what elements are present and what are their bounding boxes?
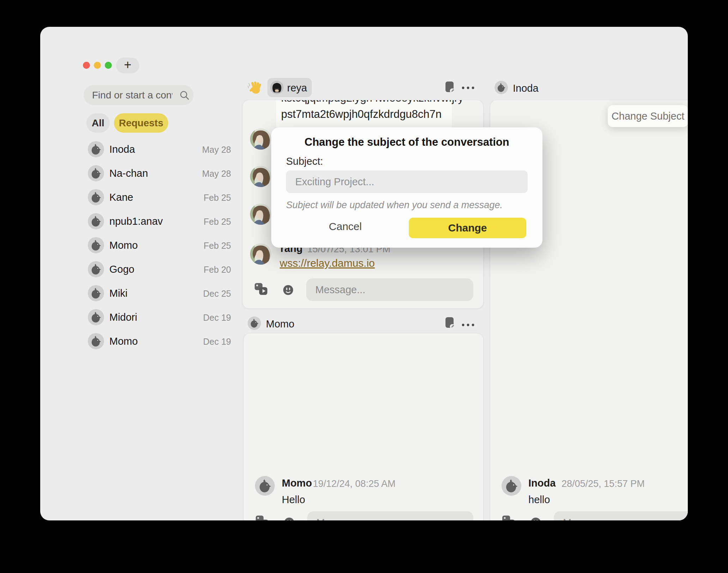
conversation-row[interactable]: npub1:anavFeb 25 <box>84 210 232 232</box>
message-avatar <box>250 166 271 187</box>
message-text: Hello <box>282 494 305 506</box>
message-input[interactable] <box>307 511 473 520</box>
message-sender: Momo <box>282 477 312 489</box>
reya-conversation-pill[interactable]: reya <box>267 78 312 97</box>
npub-text: pst7mta2t6wpjh0qfzkdrdgu8ch7n <box>281 108 442 121</box>
conversation-row[interactable]: MidoriDec 19 <box>84 306 232 328</box>
subject-label: Subject: <box>286 156 323 167</box>
message-timestamp: 19/12/24, 08:25 AM <box>313 478 395 489</box>
cancel-button[interactable]: Cancel <box>324 221 366 233</box>
message-avatar <box>250 243 271 265</box>
conversation-name: Gogo <box>109 264 134 275</box>
message-text: hello <box>528 494 550 506</box>
dialog-title: Change the subject of the conversation <box>271 136 542 149</box>
conversation-name: Midori <box>109 312 137 323</box>
conversation-name: Momo <box>109 240 138 251</box>
subject-helper-text: Subject will be updated when you send a … <box>286 200 503 211</box>
conversation-date: Dec 25 <box>203 289 231 299</box>
conversation-avatar <box>88 261 104 277</box>
reya-avatar <box>270 81 284 94</box>
conversation-row[interactable]: KaneFeb 25 <box>84 186 232 208</box>
conversation-date: Feb 25 <box>204 217 231 227</box>
inoda-message-avatar <box>502 476 521 496</box>
inoda-header-avatar <box>495 81 508 94</box>
conversation-avatar <box>88 213 104 229</box>
message-input[interactable] <box>306 278 473 301</box>
minimize-window-button[interactable] <box>94 62 101 69</box>
conversation-date: Feb 25 <box>204 241 231 251</box>
momo-header-avatar <box>248 316 261 330</box>
conversation-name: Na-chan <box>109 168 148 179</box>
reya-panel-title: reya <box>287 82 307 94</box>
conversation-name: npub1:anav <box>109 216 163 227</box>
wave-emoji-icon <box>247 80 261 96</box>
conversation-avatar <box>88 189 104 205</box>
conversation-date: Dec 19 <box>203 337 231 347</box>
message-avatar <box>250 204 271 225</box>
conversation-date: Feb 20 <box>204 265 231 275</box>
conversation-avatar <box>88 285 104 301</box>
subject-input[interactable] <box>286 170 528 193</box>
relay-link[interactable]: wss://relay.damus.io <box>280 257 375 269</box>
filter-tab-requests[interactable]: Requests <box>114 113 168 133</box>
change-button[interactable]: Change <box>409 218 526 238</box>
screen: + All Requests InodaMay 28Na-chanMay 28K… <box>0 0 728 573</box>
conversation-date: May 28 <box>202 169 231 179</box>
attach-media-icon[interactable] <box>254 282 268 297</box>
emoji-picker-icon[interactable] <box>282 284 294 297</box>
conversation-row[interactable]: GogoFeb 20 <box>84 258 232 280</box>
conversation-row[interactable]: InodaMay 28 <box>84 138 232 160</box>
zoom-window-button[interactable] <box>105 62 112 69</box>
conversation-name: Inoda <box>109 144 135 155</box>
app-window: + All Requests InodaMay 28Na-chanMay 28K… <box>40 27 688 520</box>
emoji-picker-icon[interactable] <box>283 517 295 520</box>
momo-message-avatar <box>255 476 275 496</box>
message-avatar <box>250 128 271 150</box>
momo-change-subject-icon[interactable] <box>444 316 455 331</box>
conversation-avatar <box>88 309 104 325</box>
conversation-name: Kane <box>109 192 133 203</box>
filter-tab-all[interactable]: All <box>86 113 110 133</box>
new-conversation-button[interactable]: + <box>116 58 139 73</box>
conversation-date: Feb 25 <box>204 193 231 203</box>
conversation-avatar <box>88 141 104 157</box>
message-timestamp: 28/05/25, 15:57 PM <box>562 478 645 489</box>
conversation-name: Miki <box>109 288 128 299</box>
conversation-date: May 28 <box>202 145 231 155</box>
conversation-avatar <box>88 165 104 181</box>
attach-media-icon[interactable] <box>502 515 516 520</box>
search-input[interactable] <box>84 85 194 105</box>
conversation-row[interactable]: Na-chanMay 28 <box>84 162 232 184</box>
npub-text-clipped: kst6qjqtmpdg2lygh4wfo8oykzkhvwfjry <box>281 100 463 104</box>
close-window-button[interactable] <box>83 62 90 69</box>
message-input[interactable] <box>554 511 688 520</box>
conversation-row[interactable]: MomoFeb 25 <box>84 234 232 256</box>
change-subject-tooltip: Change Subject <box>608 105 688 127</box>
emoji-picker-icon[interactable] <box>530 517 542 520</box>
reya-change-subject-icon[interactable] <box>444 81 455 95</box>
message-sender: Inoda <box>528 477 556 489</box>
momo-more-options-icon[interactable] <box>461 322 475 328</box>
change-subject-dialog: Change the subject of the conversation S… <box>271 127 542 248</box>
conversation-name: Momo <box>109 336 138 347</box>
search-icon <box>179 90 190 102</box>
conversation-avatar <box>88 333 104 349</box>
reya-more-options-icon[interactable] <box>461 86 475 90</box>
conversation-avatar <box>88 237 104 253</box>
inoda-panel-title: Inoda <box>513 83 539 94</box>
conversation-row[interactable]: MikiDec 25 <box>84 282 232 304</box>
attach-media-icon[interactable] <box>255 515 269 520</box>
conversation-date: Dec 19 <box>203 313 231 323</box>
conversation-row[interactable]: MomoDec 19 <box>84 330 232 352</box>
momo-chat-panel: Momo 19/12/24, 08:25 AM Hello <box>244 333 483 520</box>
momo-panel-title: Momo <box>266 318 295 330</box>
